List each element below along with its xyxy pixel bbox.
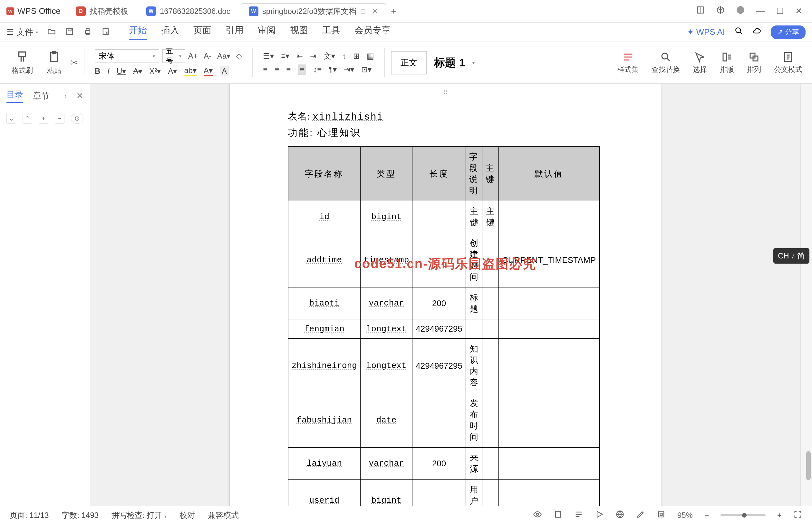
table-cell[interactable] xyxy=(482,393,498,448)
format-brush-group[interactable]: 格式刷 xyxy=(6,48,38,78)
tab-templates[interactable]: D 找稻壳模板 xyxy=(68,3,136,19)
table-cell[interactable]: 发布时间 xyxy=(466,393,482,448)
table-cell[interactable]: longtext xyxy=(360,320,412,339)
table-header-cell[interactable]: 类型 xyxy=(360,146,412,201)
table-row[interactable]: biaotivarchar200标题 xyxy=(288,288,599,320)
cloud-icon[interactable] xyxy=(753,27,761,37)
doc-mode-button[interactable]: 公文模式 xyxy=(771,51,806,75)
align-left-icon[interactable]: ≡ xyxy=(263,65,267,74)
increase-font-icon[interactable]: A+ xyxy=(188,52,198,61)
border-icon[interactable]: ⊞ xyxy=(353,52,360,61)
align-justify-icon[interactable]: ≡ xyxy=(298,64,306,75)
table-cell[interactable]: 200 xyxy=(412,288,466,320)
table-header-cell[interactable]: 主键 xyxy=(482,146,498,201)
tab-icon[interactable]: ⇥▾ xyxy=(344,65,354,74)
table-row[interactable]: laiyuanvarchar200来源 xyxy=(288,448,599,479)
table-cell[interactable]: 主键 xyxy=(482,201,498,233)
layout-icon[interactable] xyxy=(696,6,705,16)
table-cell[interactable] xyxy=(498,320,599,339)
sidebar-tab-toc[interactable]: 目录 xyxy=(6,89,23,103)
minimize-icon[interactable]: — xyxy=(756,6,765,16)
menu-review[interactable]: 审阅 xyxy=(258,24,276,40)
document-page[interactable]: ⠿ 表名: xinlizhishi 功能: 心理知识 字段名称类型长度字段说明主… xyxy=(229,84,661,511)
table-cell[interactable]: varchar xyxy=(360,448,412,479)
italic-button[interactable]: I xyxy=(107,67,110,76)
expand-icon[interactable]: ⌃ xyxy=(22,113,32,124)
menu-insert[interactable]: 插入 xyxy=(161,24,179,40)
table-cell[interactable]: zhishineirong xyxy=(288,339,360,393)
table-cell[interactable] xyxy=(498,288,599,320)
focus-icon[interactable] xyxy=(657,510,666,521)
share-button[interactable]: ↗ 分享 xyxy=(771,26,806,39)
table-cell[interactable] xyxy=(412,233,466,288)
table-cell[interactable]: varchar xyxy=(360,288,412,320)
table-cell[interactable]: 来源 xyxy=(466,448,482,479)
table-cell[interactable]: 4294967295 xyxy=(412,339,466,393)
remove-icon[interactable]: − xyxy=(55,113,64,124)
toggle-icon[interactable]: ⊙ xyxy=(71,113,83,124)
sort-icon2[interactable]: ↕ xyxy=(342,52,346,61)
table-cell[interactable] xyxy=(498,201,599,233)
select-button[interactable]: 选择 xyxy=(690,51,710,75)
superscript-button[interactable]: X²▾ xyxy=(149,67,161,76)
tab-doc-active[interactable]: W springboot22fo3数据库文档 ▢ ✕ xyxy=(241,3,386,19)
table-cell[interactable]: 知识内容 xyxy=(466,339,482,393)
zoom-in-icon[interactable]: + xyxy=(777,511,782,520)
table-row[interactable]: fabushijiandate发布时间 xyxy=(288,393,599,448)
table-cell[interactable]: id xyxy=(288,201,360,233)
change-case-icon[interactable]: Aa▾ xyxy=(217,52,230,61)
style-more-icon[interactable]: ▾ xyxy=(473,60,475,65)
underline-button[interactable]: U▾ xyxy=(117,67,126,76)
eye-icon[interactable] xyxy=(533,510,542,521)
style-set-button[interactable]: 样式集 xyxy=(614,51,642,75)
style-normal[interactable]: 正文 xyxy=(391,51,427,75)
table-header-cell[interactable]: 长度 xyxy=(412,146,466,201)
table-cell[interactable]: 200 xyxy=(412,448,466,479)
paste-group[interactable]: 粘贴 xyxy=(42,48,66,78)
bullet-list-icon[interactable]: ☰▾ xyxy=(263,52,274,61)
zoom-value[interactable]: 95% xyxy=(677,511,693,520)
fullscreen-icon[interactable] xyxy=(793,510,802,521)
avatar-icon[interactable] xyxy=(736,6,745,16)
collapse-icon[interactable]: ⌄ xyxy=(6,113,16,124)
scrollbar-thumb[interactable] xyxy=(806,451,811,480)
table-row[interactable]: fengmianlongtext4294967295 xyxy=(288,320,599,339)
increase-indent-icon[interactable]: ⇥ xyxy=(310,52,316,61)
table-cell[interactable]: fabushijian xyxy=(288,393,360,448)
document-viewport[interactable]: ⠿ 表名: xinlizhishi 功能: 心理知识 字段名称类型长度字段说明主… xyxy=(90,84,800,511)
strike-button[interactable]: A▾ xyxy=(133,67,142,76)
table-cell[interactable] xyxy=(498,448,599,479)
globe-icon[interactable] xyxy=(615,510,625,521)
close-window-icon[interactable]: ✕ xyxy=(795,6,802,16)
font-family-select[interactable]: 宋体▾ xyxy=(95,49,159,63)
menu-page[interactable]: 页面 xyxy=(193,24,211,40)
chevron-right-icon[interactable]: › xyxy=(64,92,67,100)
ime-indicator[interactable]: CH ♪ 简 xyxy=(773,248,809,264)
table-cell[interactable] xyxy=(482,448,498,479)
menu-start[interactable]: 开始 xyxy=(129,24,147,40)
table-cell[interactable]: 4294967295 xyxy=(412,320,466,339)
table-cell[interactable] xyxy=(498,339,599,393)
layout-button[interactable]: 排版 xyxy=(717,51,737,75)
close-sidebar-icon[interactable]: ✕ xyxy=(76,91,83,101)
find-replace-button[interactable]: 查找替换 xyxy=(648,51,683,75)
menu-tools[interactable]: 工具 xyxy=(322,24,340,40)
table-cell[interactable]: 主键 xyxy=(466,201,482,233)
table-cell[interactable] xyxy=(498,393,599,448)
table-cell[interactable]: addtime xyxy=(288,233,360,288)
table-cell[interactable]: 标题 xyxy=(466,288,482,320)
table-cell[interactable]: biaoti xyxy=(288,288,360,320)
status-words[interactable]: 字数: 1493 xyxy=(62,510,99,521)
menu-reference[interactable]: 引用 xyxy=(226,24,244,40)
highlight-button[interactable]: ab▾ xyxy=(184,66,197,76)
table-header-cell[interactable]: 字段名称 xyxy=(288,146,360,201)
table-cell[interactable]: timestamp xyxy=(360,233,412,288)
table-cell[interactable]: fengmian xyxy=(288,320,360,339)
zoom-slider[interactable] xyxy=(720,514,766,516)
bold-button[interactable]: B xyxy=(95,67,100,76)
align-center-icon[interactable]: ≡ xyxy=(275,65,279,74)
print-icon[interactable] xyxy=(83,27,92,37)
shading-icon[interactable]: ▦ xyxy=(367,52,374,61)
cube-icon[interactable] xyxy=(716,6,725,16)
edit-icon[interactable] xyxy=(636,510,645,521)
